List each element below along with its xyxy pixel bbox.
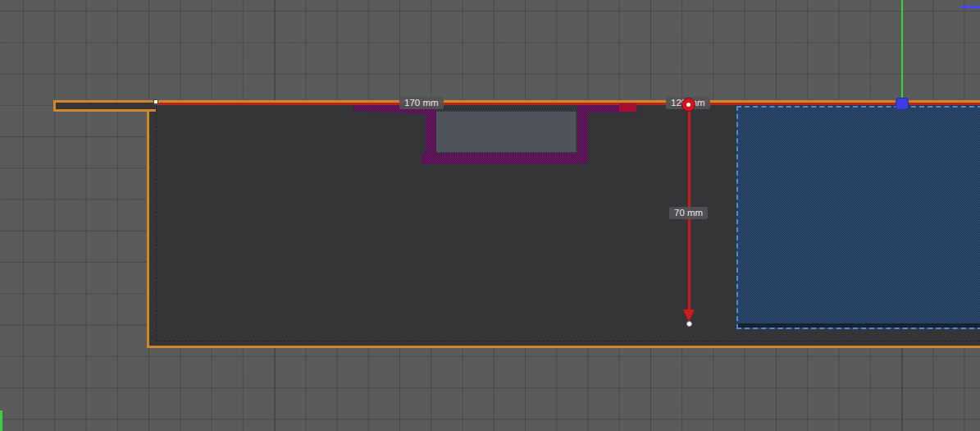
groove-web-right[interactable] [577,105,588,162]
lip-bottom-edge [53,109,156,112]
y-axis-line-green [901,0,903,99]
groove-bottom[interactable] [422,154,585,164]
slab-bottom-edge [147,346,980,348]
z-axis-fragment-icon [960,6,980,8]
axis-handle-blue[interactable] [896,98,909,110]
selected-edge-red[interactable] [156,103,980,105]
dimension-start-handle[interactable] [681,98,695,112]
dimension-end-vertex-handle[interactable] [686,321,692,327]
blue-panel[interactable] [736,106,980,329]
origin-axis-fragment-icon [0,410,2,431]
3d-viewport[interactable]: 170 mm 120 mm 70 mm [0,0,980,431]
dimension-label-70mm: 70 mm [669,207,708,219]
blue-panel-bottom-shade [738,323,980,328]
lip-profile-body[interactable] [55,103,154,109]
groove-highlight-segment [619,103,636,112]
face-outline-horizontal [156,341,980,342]
dimension-arrowhead-icon[interactable] [683,309,695,322]
edge-vertex-handle[interactable] [153,99,158,104]
dimension-label-170mm: 170 mm [399,97,444,109]
pocket-face[interactable] [432,111,577,153]
handle-center-dot-icon [686,103,691,107]
slab-left-edge [147,109,149,348]
face-outline-vertical [156,105,157,341]
